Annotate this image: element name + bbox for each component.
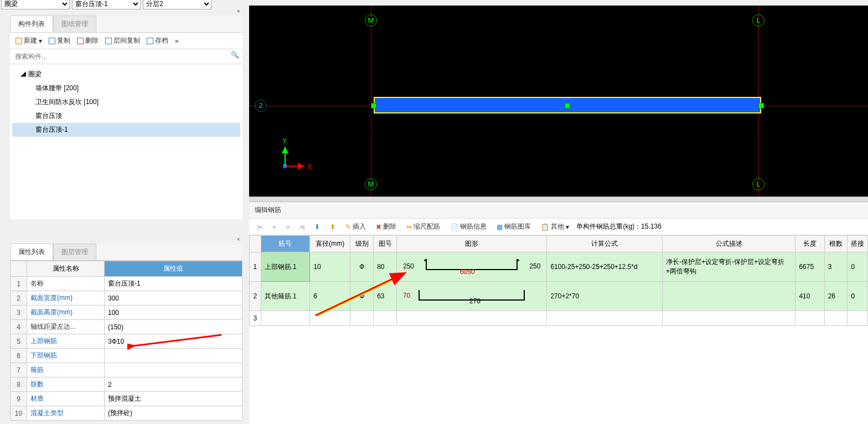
nav-next[interactable]: > bbox=[283, 223, 292, 231]
new-icon bbox=[16, 38, 22, 44]
col-grade[interactable]: 级别 bbox=[350, 236, 374, 252]
action-icon[interactable]: ⬆ bbox=[327, 222, 338, 232]
new-button[interactable]: 新建 ▾ bbox=[13, 35, 44, 46]
rebar-title: 编辑钢筋 bbox=[249, 202, 868, 219]
svg-text:Y: Y bbox=[282, 137, 287, 145]
col-name[interactable]: 筋号 bbox=[261, 236, 310, 252]
col-shape[interactable]: 图形 bbox=[396, 236, 546, 252]
copy-button[interactable]: 复制 bbox=[46, 35, 73, 46]
panel-divider[interactable] bbox=[249, 197, 868, 202]
insert-button[interactable]: ✎插入 bbox=[343, 221, 369, 232]
tab-drawing-manage[interactable]: 图纸管理 bbox=[53, 15, 96, 32]
property-row[interactable]: 7箍筋 bbox=[11, 363, 242, 378]
svg-text:X: X bbox=[307, 163, 312, 170]
property-row[interactable]: 8肢数2 bbox=[11, 378, 242, 392]
col-lap[interactable]: 搭接 bbox=[848, 236, 868, 252]
properties-panel: × 属性列表 图层管理 属性名称属性值 1名称窗台压顶-12截面宽度(mm)30… bbox=[10, 244, 242, 421]
copy-icon bbox=[49, 38, 55, 44]
tree-item[interactable]: 卫生间防水反坎 [100] bbox=[12, 95, 240, 109]
component-tabs: 构件列表 图纸管理 bbox=[10, 15, 242, 33]
scale-button[interactable]: ⇔缩尺配筋 bbox=[404, 221, 443, 232]
other-button[interactable]: 📋其他 ▾ bbox=[538, 221, 572, 232]
property-row[interactable]: 4轴线距梁左边...(150) bbox=[11, 320, 242, 334]
property-row[interactable]: 6下部钢筋 bbox=[11, 349, 242, 363]
drawing-canvas[interactable]: M L M L 2 X Y bbox=[249, 6, 868, 197]
col-formula[interactable]: 计算公式 bbox=[547, 236, 663, 252]
col-len[interactable]: 长度 bbox=[795, 236, 824, 252]
tab-properties[interactable]: 属性列表 bbox=[10, 244, 53, 260]
grid-line bbox=[371, 6, 371, 197]
component-tree: ◢ 圈梁 墙体腰带 [200]卫生间防水反坎 [100]窗台压顶窗台压顶-1 bbox=[10, 64, 242, 219]
property-row[interactable]: 3截面高度(mm)100 bbox=[11, 306, 242, 320]
delete-button[interactable]: ✖删除 bbox=[373, 221, 399, 232]
nav-last[interactable]: >| bbox=[297, 223, 307, 231]
tab-component-list[interactable]: 构件列表 bbox=[10, 15, 53, 32]
tab-layer-manage[interactable]: 图层管理 bbox=[53, 244, 96, 260]
component-dropdown[interactable]: 窗台压顶-1 bbox=[72, 0, 141, 9]
handle-left[interactable] bbox=[371, 103, 376, 108]
property-row[interactable]: 9材质预拌混凝土 bbox=[11, 392, 242, 406]
property-row[interactable]: 5上部钢筋3Ф10 bbox=[11, 334, 242, 349]
properties-table: 属性名称属性值 1名称窗台压顶-12截面宽度(mm)3003截面高度(mm)10… bbox=[10, 261, 242, 421]
properties-tabs: 属性列表 图层管理 bbox=[10, 244, 242, 261]
search-input[interactable] bbox=[13, 51, 231, 62]
col-desc[interactable]: 公式描述 bbox=[663, 236, 795, 252]
info-button[interactable]: 📄钢筋信息 bbox=[447, 221, 489, 232]
col-cnt[interactable]: 根数 bbox=[824, 236, 848, 252]
axis-marker-m: M bbox=[365, 14, 377, 27]
handle-right[interactable] bbox=[758, 103, 764, 108]
rebar-row[interactable]: 2其他箍筋.16Ф63 70 270 270+2*70410260 bbox=[250, 282, 868, 311]
nav-first[interactable]: |< bbox=[255, 223, 265, 231]
row-marker: 2 bbox=[255, 100, 267, 112]
floor-copy-icon bbox=[105, 38, 112, 44]
delete-icon bbox=[77, 38, 84, 44]
prop-name-header: 属性名称 bbox=[27, 261, 105, 277]
component-toolbar: 新建 ▾ 复制 删除 层间复制 存档 » bbox=[10, 33, 242, 49]
axis-marker-m: M bbox=[365, 178, 377, 190]
tree-item[interactable]: 窗台压顶-1 bbox=[12, 123, 240, 137]
category-dropdown[interactable]: 圈梁 bbox=[1, 0, 70, 9]
axis-marker-l: L bbox=[752, 178, 764, 190]
more-button[interactable]: » bbox=[173, 36, 181, 46]
search-icon[interactable]: 🔍 bbox=[231, 51, 239, 62]
delete-button[interactable]: 删除 bbox=[75, 35, 101, 46]
handle-mid[interactable] bbox=[565, 103, 570, 108]
coordinate-axis: X Y bbox=[277, 136, 316, 174]
close-icon[interactable]: × bbox=[237, 236, 240, 242]
nav-prev[interactable]: < bbox=[270, 223, 278, 231]
axis-marker-l: L bbox=[752, 14, 764, 27]
tree-item[interactable]: 墙体腰带 [200] bbox=[12, 81, 240, 95]
property-row[interactable]: 10混凝土类型(预拌砼) bbox=[11, 406, 242, 421]
prop-value-header: 属性值 bbox=[105, 261, 242, 277]
rebar-editor: 编辑钢筋 |< < > >| ⬇ ⬆ ✎插入 ✖删除 ⇔缩尺配筋 📄钢筋信息 ▦… bbox=[249, 202, 868, 424]
action-icon[interactable]: ⬇ bbox=[312, 222, 323, 232]
rebar-row-empty[interactable]: 3 bbox=[250, 311, 868, 326]
property-row[interactable]: 1名称窗台压顶-1 bbox=[11, 277, 242, 291]
rebar-toolbar: |< < > >| ⬇ ⬆ ✎插入 ✖删除 ⇔缩尺配筋 📄钢筋信息 ▦钢筋图库 … bbox=[249, 219, 868, 235]
archive-icon bbox=[147, 38, 153, 44]
weight-label: 单构件钢筋总重(kg)：15.136 bbox=[576, 222, 661, 231]
tree-item[interactable]: 窗台压顶 bbox=[12, 109, 240, 123]
layer-dropdown[interactable]: 分层2 bbox=[143, 0, 211, 9]
close-icon[interactable]: × bbox=[237, 8, 240, 14]
floor-copy-button[interactable]: 层间复制 bbox=[103, 35, 142, 46]
col-dia[interactable]: 直径(mm) bbox=[310, 236, 350, 252]
rebar-row[interactable]: 1上部钢筋.110Ф80 250 6050 250 6100-25+250-25… bbox=[250, 252, 868, 282]
archive-button[interactable]: 存档 bbox=[144, 35, 170, 46]
col-code[interactable]: 图号 bbox=[374, 236, 397, 252]
component-panel: × 构件列表 图纸管理 新建 ▾ 复制 删除 层间复制 存档 » 🔍 ◢ 圈梁 … bbox=[10, 15, 242, 219]
property-row[interactable]: 2截面宽度(mm)300 bbox=[11, 291, 242, 306]
rebar-table: 筋号 直径(mm) 级别 图号 图形 计算公式 公式描述 长度 根数 搭接 1上… bbox=[249, 235, 868, 326]
tree-root[interactable]: ◢ 圈梁 bbox=[12, 68, 240, 81]
gallery-button[interactable]: ▦钢筋图库 bbox=[494, 221, 534, 232]
search-bar: 🔍 bbox=[10, 49, 242, 64]
